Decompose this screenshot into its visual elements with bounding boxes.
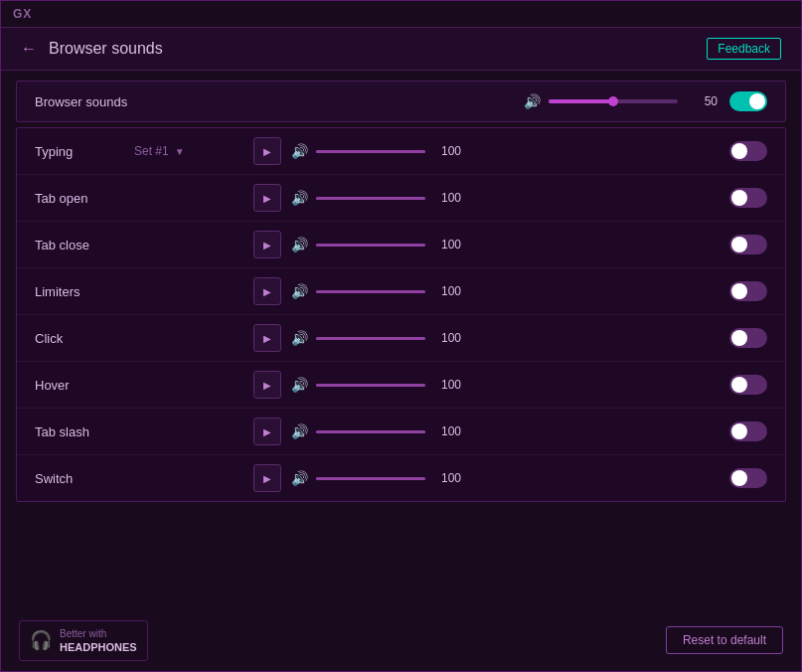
back-button[interactable]: ← xyxy=(21,40,37,58)
toggle-typing[interactable] xyxy=(729,141,767,161)
speaker-icon-hover: 🔊 xyxy=(291,377,308,393)
app-title: GX xyxy=(13,7,32,21)
hover-slider[interactable] xyxy=(316,384,425,387)
master-volume-value: 50 xyxy=(686,94,718,108)
click-volume-value: 100 xyxy=(433,331,461,345)
tab-close-volume-section: 🔊 100 xyxy=(291,237,720,252)
sound-list: Typing Set #1 ▼ ▶ 🔊 100 Tab open ▶ xyxy=(16,127,786,502)
play-button-limiters[interactable]: ▶ xyxy=(253,277,281,305)
tab-slash-volume-section: 🔊 100 xyxy=(291,423,720,439)
chevron-down-icon: ▼ xyxy=(175,146,185,157)
footer: 🎧 Better with HEADPHONES Reset to defaul… xyxy=(1,610,801,671)
speaker-icon-typing: 🔊 xyxy=(291,143,308,159)
table-row: Tab slash ▶ 🔊 100 xyxy=(17,409,785,455)
sound-name-typing: Typing xyxy=(35,144,124,159)
headphones-text: Better with HEADPHONES xyxy=(60,627,137,654)
tab-close-volume-value: 100 xyxy=(433,238,461,252)
typing-volume-value: 100 xyxy=(433,144,461,158)
master-row: Browser sounds 🔊 50 xyxy=(17,82,785,121)
sound-name-tab-slash: Tab slash xyxy=(35,424,124,439)
speaker-icon-tab-open: 🔊 xyxy=(291,190,308,206)
table-row: Typing Set #1 ▼ ▶ 🔊 100 xyxy=(17,128,785,175)
feedback-button[interactable]: Feedback xyxy=(707,38,781,60)
table-row: Tab close ▶ 🔊 100 xyxy=(17,222,785,268)
switch-volume-value: 100 xyxy=(433,471,461,485)
sound-name-switch: Switch xyxy=(35,471,124,486)
title-bar: GX xyxy=(1,1,801,27)
master-section: Browser sounds 🔊 50 xyxy=(16,81,786,122)
master-volume-section: 🔊 50 xyxy=(524,93,718,109)
headphones-line2: HEADPHONES xyxy=(60,640,137,654)
table-row: Switch ▶ 🔊 100 xyxy=(17,455,785,501)
tab-slash-slider[interactable] xyxy=(316,430,425,433)
toggle-limiters[interactable] xyxy=(729,281,767,301)
play-button-hover[interactable]: ▶ xyxy=(253,371,281,399)
tab-open-volume-value: 100 xyxy=(433,191,461,205)
hover-volume-value: 100 xyxy=(433,378,461,392)
typing-volume-section: 🔊 100 xyxy=(291,143,720,159)
table-row: Limiters ▶ 🔊 100 xyxy=(17,268,785,315)
limiters-slider[interactable] xyxy=(316,290,425,293)
reset-to-default-button[interactable]: Reset to default xyxy=(666,626,783,654)
page-title: Browser sounds xyxy=(49,40,163,58)
tab-slash-volume-value: 100 xyxy=(433,424,461,438)
header-left: ← Browser sounds xyxy=(21,40,163,58)
headphones-line1: Better with xyxy=(60,628,106,639)
play-button-tab-close[interactable]: ▶ xyxy=(253,231,281,258)
sound-name-limiters: Limiters xyxy=(35,284,124,299)
toggle-switch[interactable] xyxy=(729,468,767,488)
switch-slider[interactable] xyxy=(316,477,425,480)
play-button-tab-slash[interactable]: ▶ xyxy=(253,418,281,445)
speaker-icon-switch: 🔊 xyxy=(291,470,308,486)
speaker-icon: 🔊 xyxy=(524,93,541,109)
click-slider[interactable] xyxy=(316,337,425,340)
header: ← Browser sounds Feedback xyxy=(1,27,801,71)
sound-set-label: Set #1 xyxy=(134,144,169,158)
master-slider[interactable] xyxy=(549,99,678,103)
sound-name-hover: Hover xyxy=(35,378,124,393)
sound-name-tab-open: Tab open xyxy=(35,191,124,206)
table-row: Tab open ▶ 🔊 100 xyxy=(17,175,785,222)
table-row: Click ▶ 🔊 100 xyxy=(17,315,785,362)
speaker-icon-limiters: 🔊 xyxy=(291,283,308,299)
switch-volume-section: 🔊 100 xyxy=(291,470,720,486)
hover-volume-section: 🔊 100 xyxy=(291,377,720,393)
toggle-hover[interactable] xyxy=(729,375,767,395)
tab-open-volume-section: 🔊 100 xyxy=(291,190,720,206)
play-button-typing[interactable]: ▶ xyxy=(253,137,281,165)
play-button-click[interactable]: ▶ xyxy=(253,324,281,352)
sound-set-typing: Set #1 ▼ xyxy=(134,144,243,158)
speaker-icon-tab-slash: 🔊 xyxy=(291,423,308,439)
speaker-icon-click: 🔊 xyxy=(291,330,308,346)
limiters-volume-value: 100 xyxy=(433,284,461,298)
play-button-tab-open[interactable]: ▶ xyxy=(253,184,281,212)
sound-name-tab-close: Tab close xyxy=(35,238,124,252)
toggle-click[interactable] xyxy=(729,328,767,348)
toggle-tab-close[interactable] xyxy=(729,235,767,254)
tab-close-slider[interactable] xyxy=(316,244,425,247)
headphones-badge: 🎧 Better with HEADPHONES xyxy=(19,620,148,661)
master-label: Browser sounds xyxy=(35,94,512,109)
click-volume-section: 🔊 100 xyxy=(291,330,720,346)
toggle-tab-open[interactable] xyxy=(729,188,767,208)
play-button-switch[interactable]: ▶ xyxy=(253,464,281,492)
master-toggle[interactable] xyxy=(729,91,767,111)
headphones-icon: 🎧 xyxy=(30,629,52,651)
toggle-tab-slash[interactable] xyxy=(729,421,767,441)
sound-name-click: Click xyxy=(35,331,124,346)
table-row: Hover ▶ 🔊 100 xyxy=(17,362,785,409)
tab-open-slider[interactable] xyxy=(316,197,425,200)
typing-slider[interactable] xyxy=(316,150,425,153)
speaker-icon-tab-close: 🔊 xyxy=(291,237,308,252)
limiters-volume-section: 🔊 100 xyxy=(291,283,720,299)
